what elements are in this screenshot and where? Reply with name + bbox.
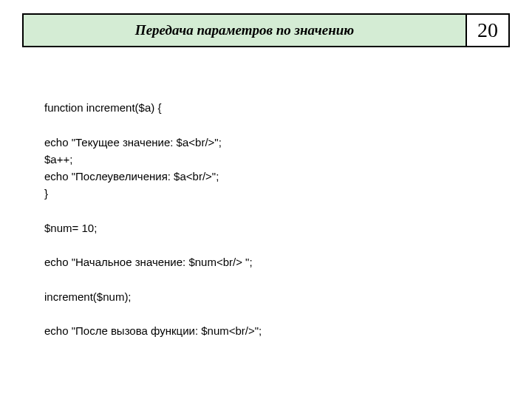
code-line: increment($num); [44, 290, 132, 303]
slide-title: Передача параметров по значению [24, 15, 467, 46]
code-line: function increment($a) { [44, 101, 161, 114]
code-line: echo "Начальное значение: $num<br/> "; [44, 256, 253, 268]
code-line: echo "После вызова функции: $num<br/>"; [44, 324, 262, 337]
code-line: $a++; [44, 153, 72, 166]
code-line: $num= 10; [44, 222, 97, 234]
slide-header: Передача параметров по значению 20 [22, 13, 510, 47]
code-line: } [44, 187, 48, 200]
code-line: echo "Текущее значение: $a<br/>"; [44, 136, 222, 149]
code-listing: function increment($a) { echo "Текущее з… [44, 99, 532, 340]
code-line: echo "Послеувеличения: $a<br/>"; [44, 170, 219, 183]
slide-number: 20 [467, 15, 508, 46]
